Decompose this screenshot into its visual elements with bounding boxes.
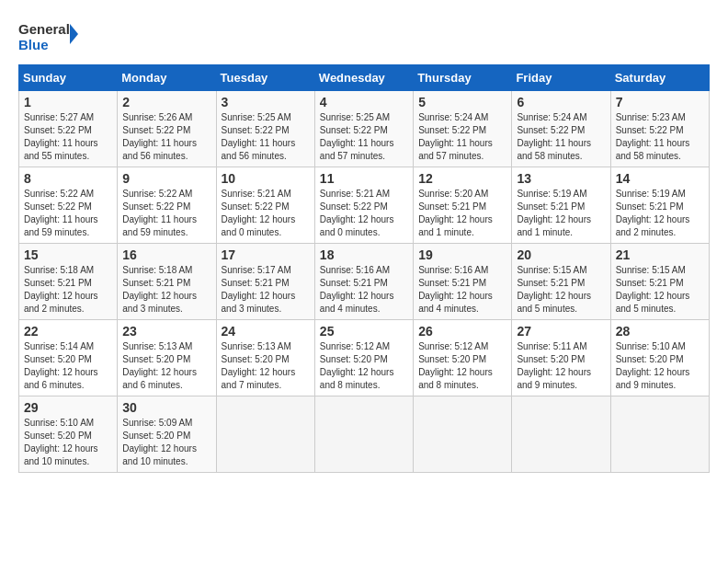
day-number: 27 [517,324,605,339]
day-info: Sunrise: 5:09 AM Sunset: 5:20 PM Dayligh… [122,417,210,468]
calendar-cell: 11Sunrise: 5:21 AM Sunset: 5:22 PM Dayli… [314,167,413,244]
day-number: 4 [320,95,408,109]
day-number: 11 [320,171,408,186]
calendar-table: SundayMondayTuesdayWednesdayThursdayFrid… [18,64,710,473]
page-header: GeneralBlue [18,18,710,55]
calendar-cell: 25Sunrise: 5:12 AM Sunset: 5:20 PM Dayli… [314,320,413,396]
calendar-cell [610,396,709,473]
day-number: 7 [616,95,704,109]
calendar-cell [512,396,610,473]
day-info: Sunrise: 5:26 AM Sunset: 5:22 PM Dayligh… [122,111,210,163]
calendar-week: 15Sunrise: 5:18 AM Sunset: 5:21 PM Dayli… [19,244,710,320]
day-number: 3 [222,95,310,109]
calendar-cell [414,396,512,473]
weekday-header: Wednesday [314,65,413,91]
weekday-header: Monday [118,65,216,91]
day-info: Sunrise: 5:18 AM Sunset: 5:21 PM Dayligh… [24,264,112,316]
calendar-cell: 18Sunrise: 5:16 AM Sunset: 5:21 PM Dayli… [314,244,413,320]
day-info: Sunrise: 5:12 AM Sunset: 5:20 PM Dayligh… [418,340,506,392]
calendar-cell: 23Sunrise: 5:13 AM Sunset: 5:20 PM Dayli… [118,320,216,396]
calendar-cell [314,396,413,473]
day-info: Sunrise: 5:24 AM Sunset: 5:22 PM Dayligh… [418,111,506,163]
day-number: 10 [222,171,310,186]
svg-marker-2 [70,24,78,44]
calendar-week: 29Sunrise: 5:10 AM Sunset: 5:20 PM Dayli… [19,396,710,473]
day-info: Sunrise: 5:22 AM Sunset: 5:22 PM Dayligh… [24,188,112,239]
day-number: 30 [122,400,210,415]
calendar-cell: 9Sunrise: 5:22 AM Sunset: 5:22 PM Daylig… [118,167,216,244]
day-number: 17 [222,247,310,262]
svg-text:Blue: Blue [18,37,49,52]
svg-text:General: General [18,21,70,37]
day-number: 29 [24,400,112,415]
calendar-cell: 7Sunrise: 5:23 AM Sunset: 5:22 PM Daylig… [610,91,709,167]
calendar-cell: 28Sunrise: 5:10 AM Sunset: 5:20 PM Dayli… [610,320,709,396]
calendar-cell: 20Sunrise: 5:15 AM Sunset: 5:21 PM Dayli… [512,244,610,320]
day-info: Sunrise: 5:24 AM Sunset: 5:22 PM Dayligh… [517,111,605,163]
calendar-cell: 27Sunrise: 5:11 AM Sunset: 5:20 PM Dayli… [512,320,610,396]
day-info: Sunrise: 5:10 AM Sunset: 5:20 PM Dayligh… [24,417,112,468]
calendar-week: 22Sunrise: 5:14 AM Sunset: 5:20 PM Dayli… [19,320,710,396]
day-number: 21 [616,247,704,262]
weekday-header: Thursday [414,65,512,91]
day-number: 13 [517,171,605,186]
calendar-cell: 22Sunrise: 5:14 AM Sunset: 5:20 PM Dayli… [19,320,118,396]
day-info: Sunrise: 5:19 AM Sunset: 5:21 PM Dayligh… [616,188,704,239]
day-info: Sunrise: 5:16 AM Sunset: 5:21 PM Dayligh… [418,264,506,316]
day-info: Sunrise: 5:15 AM Sunset: 5:21 PM Dayligh… [517,264,605,316]
calendar-week: 8Sunrise: 5:22 AM Sunset: 5:22 PM Daylig… [19,167,710,244]
day-info: Sunrise: 5:21 AM Sunset: 5:22 PM Dayligh… [320,188,408,239]
day-number: 2 [122,95,210,109]
calendar-cell: 21Sunrise: 5:15 AM Sunset: 5:21 PM Dayli… [610,244,709,320]
calendar-cell: 19Sunrise: 5:16 AM Sunset: 5:21 PM Dayli… [414,244,512,320]
day-info: Sunrise: 5:11 AM Sunset: 5:20 PM Dayligh… [517,340,605,392]
calendar-cell: 4Sunrise: 5:25 AM Sunset: 5:22 PM Daylig… [314,91,413,167]
day-number: 23 [122,324,210,339]
calendar-cell [216,396,314,473]
calendar-cell: 16Sunrise: 5:18 AM Sunset: 5:21 PM Dayli… [118,244,216,320]
day-number: 22 [24,324,112,339]
weekday-header: Friday [512,65,610,91]
day-info: Sunrise: 5:10 AM Sunset: 5:20 PM Dayligh… [616,340,704,392]
day-number: 6 [517,95,605,109]
day-info: Sunrise: 5:19 AM Sunset: 5:21 PM Dayligh… [517,188,605,239]
day-info: Sunrise: 5:22 AM Sunset: 5:22 PM Dayligh… [122,188,210,239]
day-info: Sunrise: 5:15 AM Sunset: 5:21 PM Dayligh… [616,264,704,316]
day-info: Sunrise: 5:21 AM Sunset: 5:22 PM Dayligh… [222,188,310,239]
calendar-cell: 24Sunrise: 5:13 AM Sunset: 5:20 PM Dayli… [216,320,314,396]
day-info: Sunrise: 5:13 AM Sunset: 5:20 PM Dayligh… [222,340,310,392]
calendar-week: 1Sunrise: 5:27 AM Sunset: 5:22 PM Daylig… [19,91,710,167]
calendar-cell: 8Sunrise: 5:22 AM Sunset: 5:22 PM Daylig… [19,167,118,244]
calendar-cell: 14Sunrise: 5:19 AM Sunset: 5:21 PM Dayli… [610,167,709,244]
day-number: 9 [122,171,210,186]
day-info: Sunrise: 5:14 AM Sunset: 5:20 PM Dayligh… [24,340,112,392]
logo: GeneralBlue [18,18,92,55]
day-number: 20 [517,247,605,262]
day-number: 24 [222,324,310,339]
calendar-cell: 30Sunrise: 5:09 AM Sunset: 5:20 PM Dayli… [118,396,216,473]
day-info: Sunrise: 5:20 AM Sunset: 5:21 PM Dayligh… [418,188,506,239]
calendar-cell: 17Sunrise: 5:17 AM Sunset: 5:21 PM Dayli… [216,244,314,320]
day-number: 8 [24,171,112,186]
day-info: Sunrise: 5:12 AM Sunset: 5:20 PM Dayligh… [320,340,408,392]
day-number: 12 [418,171,506,186]
calendar-cell: 29Sunrise: 5:10 AM Sunset: 5:20 PM Dayli… [19,396,118,473]
logo-icon: GeneralBlue [18,18,92,55]
calendar-cell: 3Sunrise: 5:25 AM Sunset: 5:22 PM Daylig… [216,91,314,167]
day-number: 28 [616,324,704,339]
day-number: 5 [418,95,506,109]
calendar-cell: 5Sunrise: 5:24 AM Sunset: 5:22 PM Daylig… [414,91,512,167]
calendar-cell: 10Sunrise: 5:21 AM Sunset: 5:22 PM Dayli… [216,167,314,244]
day-number: 14 [616,171,704,186]
day-info: Sunrise: 5:18 AM Sunset: 5:21 PM Dayligh… [122,264,210,316]
day-number: 1 [24,95,112,109]
day-info: Sunrise: 5:13 AM Sunset: 5:20 PM Dayligh… [122,340,210,392]
day-info: Sunrise: 5:25 AM Sunset: 5:22 PM Dayligh… [320,111,408,163]
day-number: 18 [320,247,408,262]
calendar-cell: 2Sunrise: 5:26 AM Sunset: 5:22 PM Daylig… [118,91,216,167]
day-info: Sunrise: 5:23 AM Sunset: 5:22 PM Dayligh… [616,111,704,163]
weekday-header: Saturday [610,65,709,91]
day-number: 26 [418,324,506,339]
calendar-cell: 26Sunrise: 5:12 AM Sunset: 5:20 PM Dayli… [414,320,512,396]
day-info: Sunrise: 5:27 AM Sunset: 5:22 PM Dayligh… [24,111,112,163]
